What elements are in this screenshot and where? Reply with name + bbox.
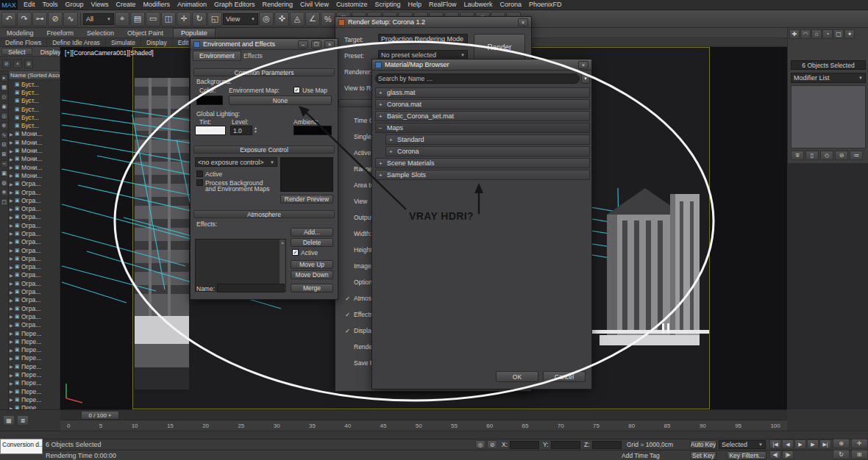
display-xrefs-icon[interactable]: ⊠ [1,151,8,158]
expand-arrow-icon[interactable]: ▶ [10,348,15,353]
expand-toggle-icon[interactable]: + [389,148,394,155]
selection-set-dropdown[interactable]: Selected▼ [719,440,766,449]
x-coordinate-field[interactable] [510,441,539,449]
timeline-ruler[interactable]: 0510152025303540455055606570758085909510… [60,420,787,431]
scene-object-row[interactable]: ▶ ▣ Огра... [9,287,60,295]
tab-environment[interactable]: Environment [193,51,241,61]
scene-object-row[interactable]: ▶ ▣ Пере... [9,346,60,354]
display-geometry-icon[interactable]: ▦ [1,84,8,91]
material-browser-titlebar[interactable]: Material/Map Browser × [372,60,591,71]
display-shapes-icon[interactable]: ◇ [1,93,8,101]
scene-object-row[interactable]: ▶ ▣ Мони... [9,155,60,163]
expand-arrow-icon[interactable]: ▶ [10,273,15,278]
explorer-settings-icon[interactable]: ≣ [24,60,33,68]
display-frozen-icon[interactable]: ❄ [1,189,8,196]
auto-key-button[interactable]: Auto Key [690,440,716,449]
cancel-button[interactable]: Cancel [543,371,586,382]
expand-arrow-icon[interactable]: ▶ [10,339,15,344]
selected-objects-field[interactable]: 6 Objects Selected [791,60,866,70]
expand-toggle-icon[interactable]: + [379,90,384,96]
rollout-common-parameters[interactable]: Common Parameters [193,68,335,76]
expand-arrow-icon[interactable]: ▶ [10,231,15,236]
redo-icon[interactable]: ↷ [17,12,32,26]
expand-arrow-icon[interactable]: ▶ [10,397,15,402]
expand-arrow-icon[interactable]: ▶ [10,173,15,178]
minimize-icon[interactable]: – [298,40,308,48]
environment-dialog-titlebar[interactable]: Environment and Effects – ▢ × [191,39,338,50]
expand-arrow-icon[interactable]: ▶ [10,373,15,378]
select-and-scale-icon[interactable]: ◱ [207,12,222,26]
process-background-checkbox[interactable] [196,179,203,186]
next-frame-arrow-icon[interactable]: ▸ [109,412,112,418]
filter-tracks-icon[interactable]: ≣ [17,415,29,425]
scene-object-row[interactable]: ▶ ▣ Огра... [9,238,60,246]
move-down-button[interactable]: Move Down [291,270,333,279]
expand-toggle-icon[interactable]: + [379,160,384,167]
modifier-stack[interactable] [791,85,866,148]
scene-object-row[interactable]: ▶ ▣ Огра... [9,246,60,254]
scene-object-row[interactable]: ▶ ▣ Огра... [9,204,60,212]
select-and-link-icon[interactable]: ⊶ [32,12,47,26]
expand-toggle-icon[interactable]: − [379,125,384,132]
scene-object-row[interactable]: ▶ ▣ Пере... [9,379,60,387]
reference-coordinate-dropdown[interactable]: View▼ [223,13,258,25]
tab-effects[interactable]: Effects [243,52,263,60]
time-slider[interactable]: 0 / 100 ▸ [81,411,119,420]
menu-item[interactable]: Views [88,0,113,10]
scene-object-row[interactable]: ▶ ▣ Мони... [9,130,60,138]
menu-item[interactable]: Customize [332,0,371,10]
expand-arrow-icon[interactable]: ▶ [10,265,15,270]
go-to-start-button[interactable]: |◀ [769,439,781,449]
scene-object-row[interactable]: ▣ Буст... [9,97,60,105]
populate-tool[interactable]: Display [141,38,173,47]
expand-arrow-icon[interactable]: ▶ [10,381,15,386]
expand-arrow-icon[interactable]: ▶ [10,206,15,212]
scene-object-row[interactable]: ▶ ▣ Огра... [9,304,60,312]
scene-object-row[interactable]: ▣ Буст... [9,88,60,96]
display-helpers-icon[interactable]: ⊕ [1,122,8,129]
expand-arrow-icon[interactable]: ▶ [10,157,15,162]
expand-arrow-icon[interactable]: ▶ [10,356,15,361]
modifier-list-dropdown[interactable]: Modifier List▼ [791,73,866,83]
next-frame-button[interactable]: ▶ [807,439,819,449]
expand-arrow-icon[interactable]: ▶ [10,198,15,203]
snap-toggle-icon[interactable]: ◬ [290,12,305,26]
select-and-move-icon[interactable]: ✛ [177,12,191,26]
unlink-selection-icon[interactable]: ⊘ [48,12,63,26]
expand-arrow-icon[interactable]: ▶ [10,314,15,319]
viewport-label[interactable]: [+][CoronaCamera001][Shaded] [65,49,154,57]
tint-color-swatch[interactable] [195,126,226,135]
select-by-name-icon[interactable]: ▤ [130,12,145,26]
use-map-checkbox[interactable]: ✓ [294,87,300,93]
expand-toggle-icon[interactable]: + [379,172,384,179]
set-key-button[interactable]: Set Key [690,451,716,460]
display-bones-icon[interactable]: ⌁ [1,160,8,168]
rollout-exposure-control[interactable]: Exposure Control [193,145,335,154]
ok-button[interactable]: OK [496,371,538,382]
ribbon-tab[interactable]: Selection [80,29,121,37]
menu-item[interactable]: Group [62,0,88,10]
expand-arrow-icon[interactable]: ▶ [10,248,15,253]
display-groups-icon[interactable]: ⊟ [1,141,8,148]
environment-map-button[interactable]: None [229,96,332,105]
level-spinner-field[interactable]: 1.0 [230,126,252,135]
background-color-swatch[interactable] [196,96,223,105]
scene-object-row[interactable]: ▶ ▣ Пере... [9,387,60,395]
expand-arrow-icon[interactable]: ▶ [10,132,15,137]
pan-icon[interactable]: ✛ [851,439,868,448]
spinner-down-icon[interactable]: ▼ [254,130,257,133]
scene-object-row[interactable]: ▶ ▣ Огра... [9,229,60,237]
display-lights-icon[interactable]: ◉ [1,103,8,110]
explorer-pick-icon[interactable]: ⌖ [13,60,22,68]
scene-object-row[interactable]: ▶ ▣ Мони... [9,163,60,171]
expand-arrow-icon[interactable]: ▶ [10,140,15,145]
go-to-end-button[interactable]: ▶| [819,439,831,449]
expand-arrow-icon[interactable]: ▶ [10,298,15,303]
menu-item[interactable]: Rendering [259,0,297,10]
display-tab-icon[interactable]: ▢ [833,29,844,39]
max-logo-icon[interactable]: MAX [0,0,18,10]
checkbox-icon[interactable]: ✓ [344,328,351,334]
scene-object-row[interactable]: ▶ ▣ Пере... [9,337,60,345]
populate-tool[interactable]: Define Flows [0,38,47,47]
expand-toggle-icon[interactable]: + [389,137,394,143]
